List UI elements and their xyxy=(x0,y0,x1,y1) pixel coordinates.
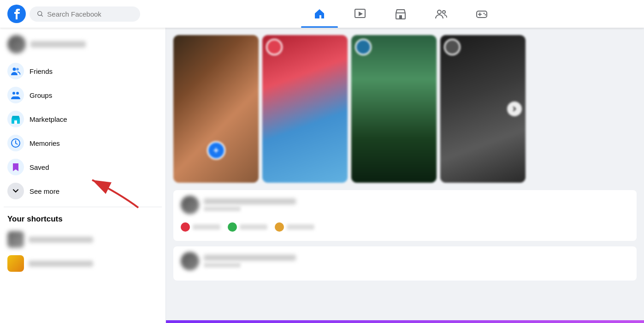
story-avatar-2 xyxy=(266,39,283,55)
reaction-haha xyxy=(275,222,314,232)
memories-label: Memories xyxy=(30,139,60,147)
sidebar-profile[interactable] xyxy=(4,31,162,57)
post-avatar-1 xyxy=(181,196,199,214)
shortcuts-title: Your shortcuts xyxy=(4,211,162,227)
nav-watch-button[interactable] xyxy=(342,2,378,26)
svg-point-6 xyxy=(437,10,441,14)
profile-avatar xyxy=(7,35,26,54)
sidebar-item-saved[interactable]: Saved xyxy=(4,155,162,179)
nav-center xyxy=(164,2,637,26)
friends-icon-container xyxy=(7,63,24,79)
reaction-dot-haha xyxy=(275,222,284,232)
marketplace-label: Marketplace xyxy=(30,115,67,123)
sidebar-item-marketplace[interactable]: Marketplace xyxy=(4,107,162,131)
reaction-text-haha xyxy=(287,224,314,230)
nav-home-button[interactable] xyxy=(301,2,338,26)
nav-gaming-button[interactable] xyxy=(463,2,500,26)
see-more-icon-container xyxy=(7,183,24,199)
svg-point-9 xyxy=(483,13,484,14)
stories-row: + xyxy=(173,35,637,183)
top-navigation xyxy=(0,0,644,28)
sidebar-item-groups[interactable]: Groups xyxy=(4,83,162,107)
sidebar-item-see-more[interactable]: See more xyxy=(4,179,162,203)
memories-icon xyxy=(11,138,21,148)
reaction-text-love xyxy=(240,224,267,230)
story-card-4[interactable] xyxy=(440,35,526,183)
home-icon xyxy=(313,7,326,20)
post-time-2 xyxy=(204,263,241,268)
svg-point-7 xyxy=(443,11,445,13)
chevron-right-icon xyxy=(511,105,518,113)
shortcut-icon-2 xyxy=(7,255,24,272)
purple-bottom-strip xyxy=(166,320,644,323)
friends-label: Friends xyxy=(30,67,53,75)
saved-icon xyxy=(11,162,21,172)
post-title-1 xyxy=(204,198,296,204)
shortcut-name-2 xyxy=(29,261,93,267)
sidebar-divider xyxy=(4,207,162,207)
post-time-1 xyxy=(204,206,241,211)
groups-nav-icon xyxy=(11,90,21,100)
svg-point-10 xyxy=(484,14,486,16)
shortcut-item-1[interactable] xyxy=(4,227,162,251)
story-add-btn[interactable]: + xyxy=(207,141,225,160)
post-card-2 xyxy=(173,246,637,281)
shortcut-item-2[interactable] xyxy=(4,251,162,275)
search-icon xyxy=(37,10,43,18)
groups-icon-container xyxy=(7,87,24,103)
reaction-dot-like xyxy=(181,222,190,232)
reaction-love xyxy=(228,222,267,232)
play-icon xyxy=(354,7,366,20)
reaction-text-like xyxy=(193,224,220,230)
main-content: + xyxy=(166,28,644,323)
story-next-btn[interactable] xyxy=(507,102,522,116)
marketplace-icon-container xyxy=(7,111,24,127)
saved-icon-container xyxy=(7,159,24,175)
post-card-1 xyxy=(173,190,637,241)
store-icon xyxy=(394,7,407,20)
story-avatar-4 xyxy=(444,39,461,55)
svg-point-14 xyxy=(16,92,19,95)
svg-rect-5 xyxy=(399,15,402,19)
post-header-2 xyxy=(181,252,629,270)
post-reactions-1 xyxy=(181,219,629,235)
svg-point-11 xyxy=(13,68,16,71)
saved-label: Saved xyxy=(30,163,49,171)
see-more-label: See more xyxy=(30,187,59,195)
story-avatar-3 xyxy=(355,39,372,55)
svg-point-12 xyxy=(16,68,19,71)
story-card-1[interactable]: + xyxy=(173,35,259,183)
friends-icon xyxy=(11,66,21,76)
groups-icon xyxy=(435,7,448,20)
svg-marker-3 xyxy=(359,12,363,16)
shortcut-name-1 xyxy=(29,237,93,243)
sidebar: Friends Groups Marketplace xyxy=(0,28,166,323)
svg-point-13 xyxy=(12,92,15,95)
post-title-2 xyxy=(204,255,296,261)
svg-rect-16 xyxy=(14,120,17,124)
story-card-2[interactable] xyxy=(262,35,348,183)
search-bar[interactable] xyxy=(30,6,140,22)
search-input[interactable] xyxy=(47,10,133,18)
post-header-1 xyxy=(181,196,629,214)
marketplace-nav-icon xyxy=(11,114,21,124)
shortcut-avatar-1 xyxy=(7,231,24,248)
nav-left xyxy=(7,5,164,23)
nav-marketplace-button[interactable] xyxy=(382,2,419,26)
gaming-icon xyxy=(475,7,488,20)
story-card-3[interactable] xyxy=(351,35,437,183)
post-avatar-2 xyxy=(181,252,199,270)
groups-label: Groups xyxy=(30,91,52,99)
facebook-logo[interactable] xyxy=(7,5,26,23)
reaction-like xyxy=(181,222,220,232)
chevron-down-icon xyxy=(12,187,19,195)
sidebar-item-memories[interactable]: Memories xyxy=(4,131,162,155)
profile-name xyxy=(30,41,86,48)
sidebar-item-friends[interactable]: Friends xyxy=(4,59,162,83)
main-layout: Friends Groups Marketplace xyxy=(0,0,644,323)
reaction-dot-love xyxy=(228,222,237,232)
memories-icon-container xyxy=(7,135,24,151)
nav-groups-button[interactable] xyxy=(423,2,460,26)
